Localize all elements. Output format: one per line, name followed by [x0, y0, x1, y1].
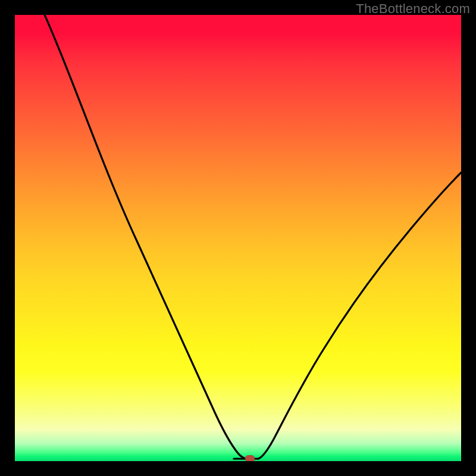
- curve-left-branch: [45, 15, 247, 459]
- bottleneck-curve: [15, 15, 461, 461]
- chart-stage: TheBottleneck.com: [0, 0, 476, 476]
- curve-right-branch: [258, 173, 461, 459]
- watermark-text: TheBottleneck.com: [356, 1, 470, 17]
- plot-area: [15, 15, 461, 461]
- minimum-marker: [245, 455, 255, 461]
